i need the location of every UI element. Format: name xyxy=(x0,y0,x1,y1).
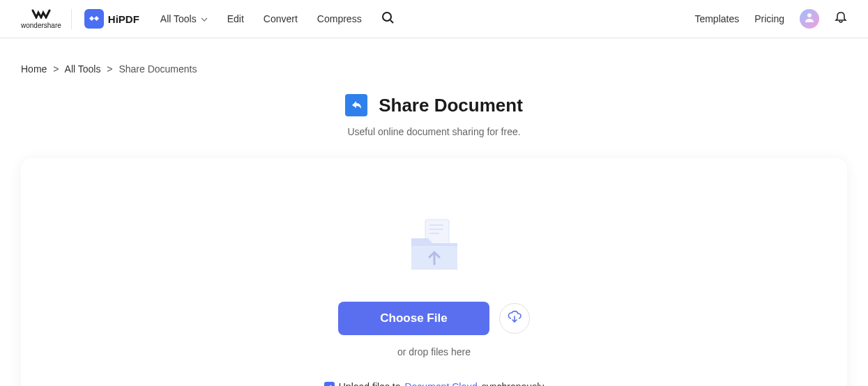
nav-compress[interactable]: Compress xyxy=(317,13,362,24)
nav-edit-label: Edit xyxy=(227,13,244,24)
cloud-download-icon xyxy=(507,309,522,327)
svg-point-2 xyxy=(383,13,391,21)
nav-convert[interactable]: Convert xyxy=(264,13,298,24)
bell-icon xyxy=(835,11,847,26)
search-button[interactable] xyxy=(381,11,394,26)
nav-compress-label: Compress xyxy=(317,13,362,24)
header-right: Templates Pricing xyxy=(694,9,847,29)
svg-rect-0 xyxy=(89,16,94,21)
svg-line-3 xyxy=(390,20,393,23)
upload-card: Choose File or drop files here Upload fi… xyxy=(21,158,847,386)
upload-illustration xyxy=(35,214,833,277)
choose-file-row: Choose File xyxy=(35,302,833,335)
cloud-source-button[interactable] xyxy=(499,303,530,334)
nav-edit[interactable]: Edit xyxy=(227,13,244,24)
document-cloud-link[interactable]: Document Cloud xyxy=(404,381,477,386)
breadcrumb-current: Share Documents xyxy=(119,63,197,75)
sync-upload-row: Upload files to Document Cloud synchrono… xyxy=(35,381,833,386)
sync-suffix-text: synchronously xyxy=(482,381,545,386)
page-subtitle: Useful online document sharing for free. xyxy=(0,126,868,137)
share-icon xyxy=(345,94,367,116)
sync-prefix-text: Upload files to xyxy=(339,381,401,386)
templates-link[interactable]: Templates xyxy=(694,13,739,24)
page-title-wrap: Share Document xyxy=(0,94,868,116)
app-header: wondershare HiPDF All Tools Edit Convert xyxy=(0,0,868,38)
wondershare-logo[interactable]: wondershare xyxy=(21,9,72,29)
page-title: Share Document xyxy=(379,95,523,116)
nav-convert-label: Convert xyxy=(264,13,298,24)
nav-all-tools[interactable]: All Tools xyxy=(160,13,208,24)
svg-point-4 xyxy=(807,13,812,17)
hipdf-logo-text: HiPDF xyxy=(108,13,139,25)
user-avatar[interactable] xyxy=(800,9,819,29)
breadcrumb: Home > All Tools > Share Documents xyxy=(0,38,868,75)
svg-rect-1 xyxy=(94,16,99,21)
sync-checkbox[interactable] xyxy=(324,382,335,387)
choose-file-button[interactable]: Choose File xyxy=(338,302,489,335)
wondershare-logo-icon xyxy=(31,9,51,21)
notifications-button[interactable] xyxy=(835,11,847,26)
hipdf-logo[interactable]: HiPDF xyxy=(84,9,139,29)
nav-all-tools-label: All Tools xyxy=(160,13,197,24)
breadcrumb-separator: > xyxy=(107,63,112,75)
pricing-link[interactable]: Pricing xyxy=(754,13,784,24)
search-icon xyxy=(381,11,394,26)
wondershare-logo-text: wondershare xyxy=(21,22,61,29)
user-icon xyxy=(804,12,815,26)
breadcrumb-all-tools[interactable]: All Tools xyxy=(65,63,101,75)
main-nav: All Tools Edit Convert Compress xyxy=(160,11,394,26)
breadcrumb-separator: > xyxy=(53,63,59,75)
header-left: wondershare HiPDF All Tools Edit Convert xyxy=(21,9,394,29)
drop-files-hint: or drop files here xyxy=(35,346,833,357)
hipdf-logo-icon xyxy=(84,9,104,29)
breadcrumb-home[interactable]: Home xyxy=(21,63,47,75)
chevron-down-icon xyxy=(201,15,208,23)
